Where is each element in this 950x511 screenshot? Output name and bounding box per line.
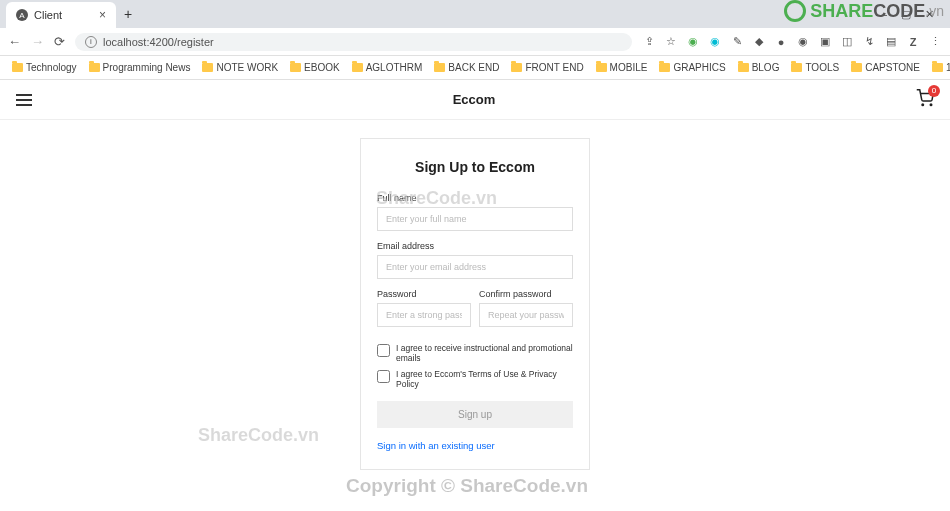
bookmark-item[interactable]: EBOOK: [286, 60, 344, 75]
address-bar: ← → ⟳ i localhost:4200/register ⇪ ☆ ◉ ◉ …: [0, 28, 950, 56]
password-input[interactable]: [377, 303, 471, 327]
bookmark-item[interactable]: FRONT END: [507, 60, 587, 75]
ext-icon[interactable]: ◉: [686, 35, 700, 49]
folder-icon: [791, 63, 802, 72]
folder-icon: [434, 63, 445, 72]
url-text: localhost:4200/register: [103, 36, 214, 48]
email-input[interactable]: [377, 255, 573, 279]
sharecode-logo: SHARECODE.vn: [784, 0, 944, 22]
fullname-input[interactable]: [377, 207, 573, 231]
password-label: Password: [377, 289, 471, 299]
ext-icon[interactable]: ●: [774, 35, 788, 49]
fullname-label: Full name: [377, 193, 573, 203]
ext-icon[interactable]: ◉: [796, 35, 810, 49]
bookmark-item[interactable]: TOOLS: [787, 60, 843, 75]
terms-label: I agree to Eccom's Terms of Use & Privac…: [396, 369, 573, 389]
folder-icon: [202, 63, 213, 72]
folder-icon: [596, 63, 607, 72]
folder-icon: [12, 63, 23, 72]
menu-icon[interactable]: ⋮: [928, 35, 942, 49]
bookmark-item[interactable]: GRAPHICS: [655, 60, 729, 75]
logo-icon: [784, 0, 806, 22]
forward-icon: →: [31, 34, 44, 49]
ext-z[interactable]: Z: [906, 35, 920, 49]
promo-checkbox-row[interactable]: I agree to receive instructional and pro…: [377, 343, 573, 363]
url-input[interactable]: i localhost:4200/register: [75, 33, 632, 51]
menu-icon[interactable]: [16, 94, 32, 106]
star-icon[interactable]: ☆: [664, 35, 678, 49]
browser-tab[interactable]: A Client ×: [6, 2, 116, 28]
bookmark-item[interactable]: AGLOTHRM: [348, 60, 427, 75]
folder-icon: [932, 63, 943, 72]
tab-title: Client: [34, 9, 62, 21]
confirm-input[interactable]: [479, 303, 573, 327]
ext-icon[interactable]: ◆: [752, 35, 766, 49]
folder-icon: [290, 63, 301, 72]
terms-checkbox-row[interactable]: I agree to Eccom's Terms of Use & Privac…: [377, 369, 573, 389]
ext-icon[interactable]: ◉: [708, 35, 722, 49]
signup-card: Sign Up to Eccom Full name Email address…: [360, 138, 590, 470]
bookmark-item[interactable]: CAPSTONE: [847, 60, 924, 75]
folder-icon: [511, 63, 522, 72]
folder-icon: [352, 63, 363, 72]
ext-icon[interactable]: ▣: [818, 35, 832, 49]
ext-icon[interactable]: ↯: [862, 35, 876, 49]
form-title: Sign Up to Eccom: [377, 159, 573, 175]
promo-checkbox[interactable]: [377, 344, 390, 357]
brand-title: Eccom: [453, 92, 496, 107]
signin-link[interactable]: Sign in with an existing user: [377, 440, 495, 451]
svg-point-0: [922, 104, 924, 106]
folder-icon: [659, 63, 670, 72]
tab-favicon: A: [16, 9, 28, 21]
bookmark-item[interactable]: 14-07-2021: [928, 60, 950, 75]
watermark: ShareCode.vn: [198, 425, 319, 446]
cart-badge: 0: [928, 85, 940, 97]
bookmarks-bar: Technology Programming News NOTE WORK EB…: [0, 56, 950, 80]
svg-point-1: [930, 104, 932, 106]
reload-icon[interactable]: ⟳: [54, 34, 65, 49]
folder-icon: [851, 63, 862, 72]
promo-label: I agree to receive instructional and pro…: [396, 343, 573, 363]
share-icon[interactable]: ⇪: [642, 35, 656, 49]
terms-checkbox[interactable]: [377, 370, 390, 383]
ext-icon[interactable]: ◫: [840, 35, 854, 49]
bookmark-item[interactable]: BLOG: [734, 60, 784, 75]
cart-icon[interactable]: 0: [916, 89, 934, 111]
signup-button[interactable]: Sign up: [377, 401, 573, 428]
bookmark-item[interactable]: MOBILE: [592, 60, 652, 75]
site-info-icon[interactable]: i: [85, 36, 97, 48]
ext-icon[interactable]: ✎: [730, 35, 744, 49]
new-tab-button[interactable]: +: [116, 6, 140, 22]
folder-icon: [89, 63, 100, 72]
app-header: Eccom 0: [0, 80, 950, 120]
tab-close-icon[interactable]: ×: [99, 8, 106, 22]
bookmark-item[interactable]: BACK END: [430, 60, 503, 75]
back-icon[interactable]: ←: [8, 34, 21, 49]
bookmark-item[interactable]: Technology: [8, 60, 81, 75]
bookmark-item[interactable]: NOTE WORK: [198, 60, 282, 75]
bookmark-item[interactable]: Programming News: [85, 60, 195, 75]
toolbar-icons: ⇪ ☆ ◉ ◉ ✎ ◆ ● ◉ ▣ ◫ ↯ ▤ Z ⋮: [642, 35, 942, 49]
folder-icon: [738, 63, 749, 72]
ext-icon[interactable]: ▤: [884, 35, 898, 49]
email-label: Email address: [377, 241, 573, 251]
watermark-copyright: Copyright © ShareCode.vn: [346, 475, 588, 497]
confirm-label: Confirm password: [479, 289, 573, 299]
